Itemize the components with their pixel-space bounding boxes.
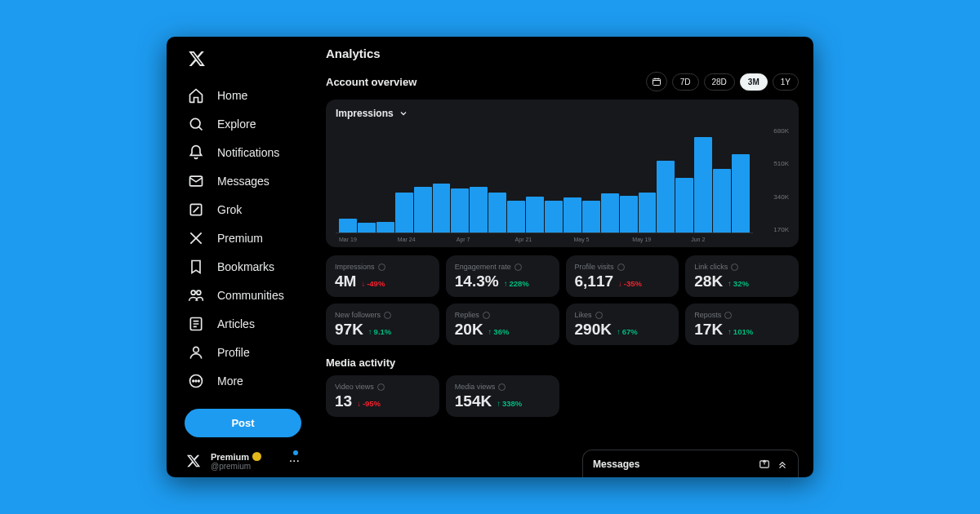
chart-bar[interactable] [433,184,451,233]
info-icon[interactable] [384,312,391,319]
sidebar-item-bookmarks[interactable]: Bookmarks [185,254,318,280]
info-icon[interactable] [377,383,385,391]
svg-point-3 [191,290,195,295]
stat-value: 20K [455,321,483,339]
stat-label: Media views [455,383,496,391]
range-28d[interactable]: 28D [704,73,735,91]
more-icon[interactable]: ··· [287,454,301,468]
page-title: Analytics [326,47,799,60]
chart-bar[interactable] [507,201,525,233]
stat-card-likes[interactable]: Likes290K 67% [566,304,679,345]
info-icon[interactable] [595,312,603,319]
chart-bar[interactable] [582,201,600,233]
stat-label: Video views [335,383,374,391]
expand-up-icon[interactable] [777,459,788,470]
chart-bar[interactable] [564,197,581,233]
stat-card-profile-visits[interactable]: Profile visits6,117 -35% [566,255,679,297]
account-handle: @premium [211,462,261,471]
stat-card-engagement-rate[interactable]: Engagement rate14.3% 228% [446,255,559,297]
chart-bar[interactable] [470,187,488,233]
chart-bar[interactable] [358,223,376,233]
messages-dock-title: Messages [593,459,639,470]
notification-dot-icon [293,450,298,455]
stats-grid: Impressions4M -49%Engagement rate14.3% 2… [326,255,799,345]
stat-value: 14.3% [455,273,499,290]
chart-bar[interactable] [339,219,357,233]
stat-label: Engagement rate [455,263,511,271]
sidebar-item-communities[interactable]: Communities [185,282,318,308]
profile-icon [188,344,204,361]
date-picker-button[interactable] [646,72,667,91]
stat-card-replies[interactable]: Replies20K 36% [446,304,559,345]
sidebar-item-explore[interactable]: Explore [185,111,318,137]
chart-bar[interactable] [657,161,675,233]
stat-card-new-followers[interactable]: New followers97K 9.1% [326,304,439,345]
stat-value: 6,117 [575,273,614,290]
sidebar-item-label: Premium [217,232,263,245]
svg-point-6 [194,347,199,352]
stat-card-link-clicks[interactable]: Link clicks28K 32% [685,255,799,297]
sidebar-item-articles[interactable]: Articles [185,311,318,337]
x-avatar-icon [185,452,203,470]
info-icon[interactable] [483,312,490,319]
chart-bar[interactable] [675,178,693,233]
chart-metric-selector[interactable]: Impressions [336,108,789,119]
chart-bar[interactable] [488,193,506,233]
mail-icon [188,173,204,189]
info-icon[interactable] [617,264,625,271]
verified-badge-icon [252,452,261,461]
sidebar-item-profile[interactable]: Profile [185,339,318,366]
chart-y-axis: 680K510K340K170K [753,126,789,233]
range-1y[interactable]: 1Y [773,73,799,91]
sidebar-item-messages[interactable]: Messages [185,168,318,194]
info-icon[interactable] [378,264,385,271]
chart-bar[interactable] [601,193,619,233]
info-icon[interactable] [514,264,522,271]
stat-label: Likes [575,311,592,319]
sidebar-item-more[interactable]: More [185,368,318,394]
post-button[interactable]: Post [185,409,301,437]
stat-label: Reposts [694,311,721,319]
stat-delta: 101% [728,327,753,336]
overview-header: Account overview 7D28D3M1Y [326,72,799,91]
bookmark-icon [188,259,204,275]
chart-bar[interactable] [376,222,394,233]
stat-card-video-views[interactable]: Video views13 -95% [326,375,439,417]
new-message-icon[interactable] [759,459,770,470]
stat-label: Impressions [335,263,375,271]
sidebar-item-grok[interactable]: Grok [185,197,318,223]
stat-card-media-views[interactable]: Media views154K 338% [446,375,559,417]
chart-bar[interactable] [694,137,712,233]
stat-label: Replies [455,311,479,319]
chart-bar[interactable] [414,187,432,233]
x-logo[interactable] [188,50,318,71]
range-3m[interactable]: 3M [740,73,768,91]
chart-bar[interactable] [545,201,563,233]
sidebar-item-label: Explore [217,117,256,131]
overview-title: Account overview [326,76,416,88]
account-switcher[interactable]: Premium @premium ··· [185,452,301,471]
chart-bar[interactable] [732,154,750,233]
sidebar-item-home[interactable]: Home [185,82,318,109]
grok-icon [188,202,204,218]
range-7d[interactable]: 7D [672,73,699,91]
chart-bar[interactable] [639,193,657,233]
chart-bar[interactable] [526,197,544,233]
chart-bars-area [336,126,753,233]
stat-delta: 36% [488,327,510,336]
svg-rect-11 [653,79,660,86]
sidebar-item-premium[interactable]: Premium [185,225,318,251]
info-icon[interactable] [724,312,732,319]
messages-dock[interactable]: Messages [582,450,799,477]
sidebar-item-notifications[interactable]: Notifications [185,140,318,166]
chart-bar[interactable] [713,169,731,233]
chart-bar[interactable] [395,193,413,233]
info-icon[interactable] [731,264,738,271]
chart-bar[interactable] [451,188,469,233]
search-icon [188,116,204,132]
svg-point-9 [195,380,197,382]
info-icon[interactable] [498,383,506,391]
stat-card-impressions[interactable]: Impressions4M -49% [326,255,439,297]
chart-bar[interactable] [620,196,638,233]
stat-card-reposts[interactable]: Reposts17K 101% [685,304,799,345]
